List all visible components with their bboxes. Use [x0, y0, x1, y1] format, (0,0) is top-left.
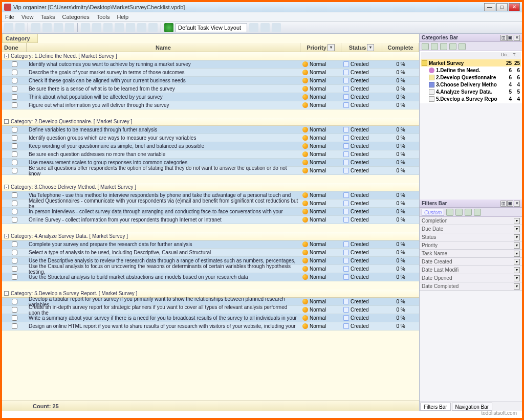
done-checkbox[interactable] [12, 209, 17, 214]
tree-item[interactable]: 3.Choose Delivery Metho44 [421, 81, 521, 88]
dropdown-icon[interactable]: ▾ [514, 226, 520, 232]
fil-tb-btn[interactable] [465, 209, 472, 216]
toolbar-btn[interactable] [148, 23, 158, 32]
dropdown-icon[interactable]: ▾ [514, 259, 520, 265]
col-status[interactable]: Status▾ [341, 43, 382, 52]
done-checkbox[interactable] [12, 61, 17, 67]
collapse-icon[interactable]: - [4, 119, 9, 124]
fil-tb-btn[interactable] [446, 209, 453, 216]
done-checkbox[interactable] [12, 250, 17, 255]
done-checkbox[interactable] [12, 127, 17, 132]
cat-tb-btn[interactable] [458, 43, 466, 50]
close-button[interactable]: ✕ [509, 3, 520, 11]
play-icon[interactable] [164, 23, 173, 32]
task-row[interactable]: Figure out what information you will del… [2, 101, 419, 109]
dropdown-icon[interactable]: ▾ [367, 44, 374, 51]
toolbar-btn[interactable] [81, 23, 90, 32]
toolbar-btn[interactable] [137, 23, 146, 32]
filter-row[interactable]: Date Opened▾ [420, 274, 522, 282]
filter-row[interactable]: Date Completed▾ [420, 282, 522, 291]
done-checkbox[interactable] [12, 143, 17, 149]
task-row[interactable]: Write a summary about your survey if the… [2, 314, 419, 322]
panel-btn[interactable]: ▣ [507, 201, 513, 207]
done-checkbox[interactable] [12, 70, 17, 75]
done-checkbox[interactable] [12, 315, 17, 321]
group-header[interactable]: -Category: 4.Analyze Survey Data. [ Mark… [2, 232, 419, 240]
done-checkbox[interactable] [12, 217, 17, 223]
fil-tb-btn[interactable] [455, 209, 463, 216]
done-checkbox[interactable] [12, 258, 17, 263]
panel-btn[interactable]: ◫ [500, 201, 507, 207]
done-checkbox[interactable] [12, 201, 17, 206]
filter-row[interactable]: Priority▾ [420, 241, 522, 250]
task-row[interactable]: Be sure there is a sense of what is to b… [2, 85, 419, 93]
panel-close-icon[interactable]: ✕ [514, 201, 520, 207]
minimize-button[interactable]: — [484, 3, 495, 11]
task-row[interactable]: Complete your survey and prepare the res… [2, 240, 419, 249]
task-row[interactable]: Create an in-depth survey report for str… [2, 306, 419, 314]
toolbar-btn[interactable] [4, 23, 13, 32]
col-priority[interactable]: Priority▾ [300, 43, 341, 52]
col-name[interactable]: Name [27, 43, 300, 52]
done-checkbox[interactable] [12, 151, 17, 157]
tree-item[interactable]: 5.Develop a Survey Repo44 [421, 95, 521, 102]
task-row[interactable]: In-person Interviews - collect survey da… [2, 208, 419, 216]
done-checkbox[interactable] [12, 160, 17, 165]
done-checkbox[interactable] [12, 94, 17, 100]
toolbar-btn[interactable] [272, 23, 281, 32]
dropdown-icon[interactable]: ▾ [514, 242, 520, 249]
dropdown-icon[interactable]: ▾ [514, 234, 520, 240]
filter-custom-label[interactable]: Custom [422, 209, 444, 216]
col-complete[interactable]: Complete [382, 43, 419, 52]
fil-tb-btn[interactable] [474, 209, 481, 216]
col-done[interactable]: Done [2, 43, 27, 52]
tab-filters-bar[interactable]: Filters Bar [420, 403, 451, 411]
toolbar-btn[interactable] [65, 23, 74, 32]
toolbar-btn[interactable] [126, 23, 135, 32]
dropdown-icon[interactable]: ▾ [514, 251, 520, 257]
done-checkbox[interactable] [12, 266, 17, 272]
tree-item[interactable]: 2.Develop Questionnaire66 [421, 74, 521, 81]
category-tab[interactable]: Category [2, 34, 38, 43]
dropdown-icon[interactable]: ▾ [328, 44, 335, 51]
panel-btn[interactable]: ◫ [500, 35, 507, 41]
tab-navigation-bar[interactable]: Navigation Bar [452, 403, 493, 411]
filter-row[interactable]: Date Created▾ [420, 258, 522, 266]
done-checkbox[interactable] [12, 86, 17, 92]
menu-file[interactable]: File [5, 14, 14, 20]
collapse-icon[interactable]: - [4, 291, 9, 296]
task-row[interactable]: Check if these goals can be aligned with… [2, 77, 419, 85]
menu-tools[interactable]: Tools [97, 14, 110, 20]
tree-item[interactable]: 1.Define the Need.66 [421, 67, 521, 74]
task-row[interactable]: Design an online HTML report if you want… [2, 322, 419, 330]
cat-tb-btn[interactable] [431, 43, 438, 50]
dropdown-icon[interactable]: ▾ [514, 267, 520, 273]
menu-categories[interactable]: Categories [62, 14, 90, 20]
done-checkbox[interactable] [12, 241, 17, 247]
task-row[interactable]: Define variables to be measured through … [2, 126, 419, 134]
done-checkbox[interactable] [12, 307, 17, 313]
layout-dropdown[interactable]: Default Task View Layout [176, 23, 247, 32]
task-row[interactable]: Be sure each question addresses no more … [2, 150, 419, 159]
task-row[interactable]: Online Survey - collect information from… [2, 216, 419, 224]
filter-row[interactable]: Completion▾ [420, 217, 522, 225]
grid-body[interactable]: -Category: 1.Define the Need. [ Market S… [2, 52, 419, 401]
task-row[interactable]: Be sure all questions offer respondents … [2, 167, 419, 175]
done-checkbox[interactable] [12, 299, 17, 304]
task-row[interactable]: Identify question groups which are ways … [2, 134, 419, 142]
toolbar-btn[interactable] [42, 23, 52, 32]
menu-help[interactable]: Help [117, 14, 128, 20]
done-checkbox[interactable] [12, 274, 17, 280]
dropdown-icon[interactable]: ▾ [514, 283, 520, 290]
task-row[interactable]: Think about what population will be affe… [2, 93, 419, 101]
task-row[interactable]: Describe the goals of your market survey… [2, 69, 419, 77]
collapse-icon[interactable]: - [4, 54, 9, 58]
group-header[interactable]: -Category: 3.Choose Delivery Method. [ M… [2, 183, 419, 191]
toolbar-btn[interactable] [92, 23, 101, 32]
toolbar-btn[interactable] [115, 23, 124, 32]
maximize-button[interactable]: □ [496, 3, 508, 11]
done-checkbox[interactable] [12, 323, 17, 329]
cat-tb-btn[interactable] [440, 43, 447, 50]
category-tree[interactable]: Un...T...Market Survey25251.Define the N… [420, 51, 522, 103]
toolbar-btn[interactable] [260, 23, 270, 32]
